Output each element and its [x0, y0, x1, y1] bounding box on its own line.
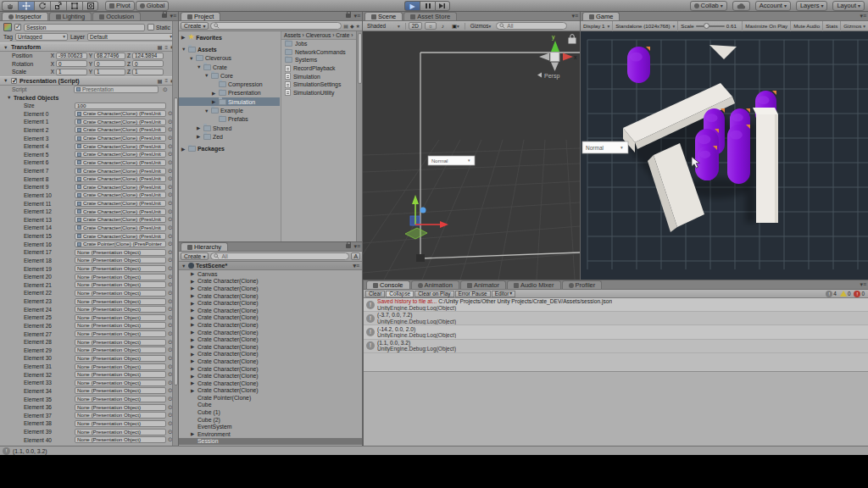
- hierarchy-item-cube-1-[interactable]: Cube (1): [179, 408, 362, 416]
- persp-label[interactable]: Persp: [537, 73, 559, 80]
- expand-arrow-icon[interactable]: ▶: [191, 344, 196, 349]
- hierarchy-item-cube[interactable]: Cube: [179, 402, 362, 409]
- tag-dropdown[interactable]: Untagged▾: [15, 33, 68, 41]
- hierarchy-item-crate-character-clone-[interactable]: ▶Crate Character(Clone): [179, 292, 362, 300]
- tree-arrow-icon[interactable]: ▶: [181, 35, 186, 40]
- hierarchy-item-crate-character-clone-[interactable]: ▶Crate Character(Clone): [179, 321, 362, 329]
- hierarchy-item-crate-character-clone-[interactable]: ▶Crate Character(Clone): [179, 358, 362, 365]
- expand-arrow-icon[interactable]: ▶: [191, 301, 196, 306]
- tree-arrow-icon[interactable]: ▶: [212, 99, 217, 104]
- tree-arrow-icon[interactable]: ▶: [197, 134, 202, 139]
- expand-arrow-icon[interactable]: ▶: [191, 322, 196, 327]
- lock-icon[interactable]: [162, 14, 167, 18]
- hierarchy-item-crate-character-clone-[interactable]: ▶Crate Character(Clone): [179, 278, 362, 286]
- object-field[interactable]: None (Presentation Object): [75, 420, 166, 427]
- pivot-toggle-button[interactable]: Pivot: [105, 1, 135, 11]
- object-field[interactable]: Crate Character(Clone) (PresUnit: [75, 216, 166, 223]
- tab-scene[interactable]: Scene: [364, 12, 403, 20]
- object-field[interactable]: Crate Character(Clone) (PresUnit: [75, 119, 166, 125]
- cloud-button[interactable]: [732, 1, 750, 11]
- hierarchy-item-crate-character-clone-[interactable]: ▶Crate Character(Clone): [179, 336, 362, 343]
- expand-arrow-icon[interactable]: ▶: [191, 308, 196, 313]
- hierarchy-item-crate-character-clone-[interactable]: ▶Crate Character(Clone): [179, 365, 362, 373]
- object-picker-icon[interactable]: ⊙: [163, 86, 168, 93]
- display-dropdown[interactable]: Display 1▾: [581, 21, 612, 31]
- tab-project[interactable]: Project: [181, 12, 220, 20]
- tree-arrow-icon[interactable]: ▶: [181, 147, 186, 152]
- rect-tool-button[interactable]: [66, 1, 82, 11]
- scene-lighting-toggle[interactable]: ☼: [425, 22, 437, 30]
- status-bar[interactable]: ! (1.1, 0.0, 3.2): [0, 446, 868, 455]
- scale-tool-button[interactable]: [50, 1, 66, 11]
- project-tree-item-zed[interactable]: ▶Zed: [179, 132, 280, 141]
- project-file-simulationutility[interactable]: SimulationUtility: [281, 89, 356, 97]
- expand-arrow-icon[interactable]: ▶: [191, 279, 196, 284]
- transform-tool-button[interactable]: [82, 1, 98, 11]
- hierarchy-item-crate-character-clone-[interactable]: ▶Crate Character(Clone): [179, 343, 362, 351]
- object-field[interactable]: None (Presentation Object): [75, 396, 166, 402]
- scene-normal-dropdown[interactable]: Normal ▾: [428, 156, 475, 165]
- object-field[interactable]: None (Presentation Object): [75, 355, 166, 362]
- editor-dropdown[interactable]: Editor▾: [492, 291, 516, 297]
- active-checkbox[interactable]: [14, 24, 21, 30]
- object-field[interactable]: None (Presentation Object): [75, 290, 166, 297]
- tag-filter-icon[interactable]: ◆: [350, 23, 354, 29]
- expand-arrow-icon[interactable]: ▶: [191, 337, 196, 342]
- project-tree-item-simulation[interactable]: ▶Simulation: [179, 97, 280, 106]
- error-count-toggle[interactable]: !0: [854, 291, 865, 297]
- project-tree-item-assets[interactable]: ▼Assets: [179, 45, 280, 53]
- script-field[interactable]: Presentation: [74, 86, 159, 93]
- expand-arrow-icon[interactable]: ▶: [191, 431, 196, 436]
- axis-value-field[interactable]: 1: [94, 69, 125, 75]
- panel-menu-icon[interactable]: ▾≡: [353, 14, 360, 18]
- object-field[interactable]: None (Presentation Object): [75, 265, 166, 272]
- project-tree-item-cleverous[interactable]: ▼Cleverous: [179, 54, 280, 63]
- layers-dropdown[interactable]: Layers▾: [796, 1, 828, 11]
- object-field[interactable]: None (Presentation Object): [75, 380, 166, 386]
- object-field[interactable]: Crate Character(Clone) (PresUnit: [75, 151, 166, 158]
- scene-viewport[interactable]: Normal ▾ y x Persp: [363, 31, 580, 280]
- hierarchy-item-crate-character-clone-[interactable]: ▶Crate Character(Clone): [179, 372, 362, 380]
- project-tree-item-example[interactable]: ▼Example: [179, 106, 280, 114]
- console-log-entry[interactable]: !(1.1, 0.0, 3.2)UnityEngine.Debug:Log(Ob…: [364, 340, 868, 353]
- hierarchy-item-session[interactable]: Session: [179, 438, 362, 446]
- project-search-input[interactable]: [210, 22, 342, 30]
- tab-asset-store[interactable]: Asset Store: [403, 12, 457, 20]
- collab-dropdown[interactable]: Collab▾: [690, 1, 727, 11]
- presentation-component-header[interactable]: ▼Presentation (Script) ▤≡✱: [0, 76, 178, 86]
- expand-arrow-icon[interactable]: ▶: [191, 271, 196, 276]
- project-tree-item-crate[interactable]: ▼Crate: [179, 63, 280, 71]
- help-icon[interactable]: ▤: [158, 44, 163, 50]
- gizmos-dropdown[interactable]: Gizmos▾: [468, 22, 493, 30]
- console-log-entry[interactable]: !(-3.7, 0.0, 7.2)UnityEngine.Debug:Log(O…: [364, 312, 868, 325]
- object-field[interactable]: Crate Character(Clone) (PresUnit: [75, 191, 166, 198]
- project-create-button[interactable]: Create▾: [181, 22, 209, 30]
- object-field[interactable]: Crate Character(Clone) (PresUnit: [75, 175, 166, 182]
- lock-icon[interactable]: [346, 244, 351, 248]
- 2d-toggle[interactable]: 2D: [409, 22, 422, 30]
- hierarchy-item-crate-character-clone-[interactable]: ▶Crate Character(Clone): [179, 329, 362, 336]
- scene-audio-toggle[interactable]: ♪: [439, 22, 447, 30]
- slice-icon[interactable]: ▤: [343, 23, 348, 29]
- project-file-simulation[interactable]: Simulation: [281, 72, 356, 80]
- object-field[interactable]: None (Presentation Object): [75, 330, 166, 337]
- object-field[interactable]: None (Presentation Object): [75, 339, 166, 346]
- object-field[interactable]: Crate Character(Clone) (PresUnit: [75, 159, 166, 166]
- scale-slider[interactable]: [696, 25, 725, 27]
- hierarchy-item-crate-character-clone-[interactable]: ▶Crate Character(Clone): [179, 387, 362, 395]
- component-enabled-checkbox[interactable]: [11, 78, 17, 84]
- object-field[interactable]: None (Presentation Object): [75, 347, 166, 353]
- object-field[interactable]: Crate Character(Clone) (PresUnit: [75, 168, 166, 175]
- info-count-toggle[interactable]: !4: [826, 291, 837, 297]
- hierarchy-item-crate-character-clone-[interactable]: ▶Crate Character(Clone): [179, 307, 362, 314]
- tree-arrow-icon[interactable]: ▼: [181, 47, 186, 52]
- tracked-objects-foldout[interactable]: ▼Tracked Objects: [0, 93, 178, 101]
- shading-dropdown[interactable]: Shaded▾: [364, 22, 403, 30]
- panel-menu-icon[interactable]: ▾≡: [571, 14, 578, 18]
- tab-inspector[interactable]: Inspector: [2, 12, 48, 20]
- canvas-corner-handle[interactable]: [416, 254, 425, 262]
- clear-on-play-toggle[interactable]: Clear on Play: [415, 291, 453, 297]
- project-tree-item-favorites[interactable]: ▶★Favorites: [179, 33, 280, 42]
- lock-icon[interactable]: [346, 14, 351, 18]
- panel-menu-icon[interactable]: ▾≡: [860, 282, 866, 286]
